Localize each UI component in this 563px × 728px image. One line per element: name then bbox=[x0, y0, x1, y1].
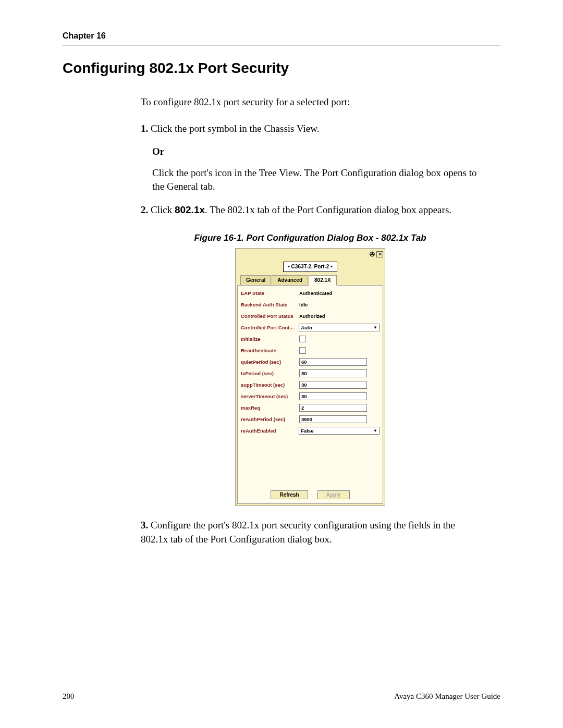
dialog-button-row: Refresh Apply bbox=[238, 490, 383, 499]
row-cpc: Controlled Port Cont... Auto ▼ bbox=[241, 323, 380, 331]
input-quiet[interactable]: 60 bbox=[299, 358, 367, 366]
step-2: 2. Click 802.1x. The 802.1x tab of the P… bbox=[141, 203, 480, 217]
form-panel: EAP State Authenticated Backend Auth Sta… bbox=[237, 285, 383, 504]
chevron-down-icon: ▼ bbox=[373, 325, 377, 330]
apply-button[interactable]: Apply bbox=[317, 490, 350, 499]
label-supp: suppTimeout (sec) bbox=[241, 381, 299, 388]
select-reauthen[interactable]: False ▼ bbox=[299, 427, 380, 435]
input-tx[interactable]: 30 bbox=[299, 369, 367, 377]
page-footer: 200 Avaya C360 Manager User Guide bbox=[63, 692, 500, 701]
step-text: Configure the port's 802.1x port securit… bbox=[141, 520, 455, 545]
select-cpc-value: Auto bbox=[301, 324, 312, 331]
row-backend: Backend Auth State Idle bbox=[241, 300, 380, 309]
step-number: 1. bbox=[141, 123, 148, 134]
row-initialize: Initialize bbox=[241, 335, 380, 343]
intro-paragraph: To configure 802.1x port security for a … bbox=[141, 95, 480, 109]
or-divider: Or bbox=[152, 145, 480, 159]
close-icon[interactable]: ✕ bbox=[376, 251, 383, 257]
label-reauthper: reAuthPeriod (sec) bbox=[241, 416, 299, 423]
refresh-button[interactable]: Refresh bbox=[271, 490, 308, 499]
step-text: Click the port symbol in the Chassis Vie… bbox=[151, 123, 319, 134]
step-1-alt: Click the port's icon in the Tree View. … bbox=[152, 166, 480, 194]
chapter-header: Chapter 16 bbox=[63, 31, 500, 41]
label-initialize: Initialize bbox=[241, 336, 299, 342]
dialog-titlebar: ✇ ✕ bbox=[237, 250, 383, 258]
label-eap-state: EAP State bbox=[241, 290, 299, 297]
section-title: Configuring 802.1x Port Security bbox=[63, 60, 500, 77]
row-tx: txPeriod (sec) 30 bbox=[241, 369, 380, 377]
row-reauthper: reAuthPeriod (sec) 3600 bbox=[241, 415, 380, 423]
tab-8021x[interactable]: 802.1X bbox=[309, 275, 337, 286]
label-reauthen: reAuthEnabled bbox=[241, 427, 299, 434]
label-reauthenticate: Reauthenticate bbox=[241, 347, 299, 354]
chevron-down-icon: ▼ bbox=[373, 428, 377, 434]
select-reauthen-value: False bbox=[301, 427, 313, 434]
label-cps: Controlled Port Status bbox=[241, 313, 299, 319]
step-text-suffix: . The 802.1x tab of the Port Configurati… bbox=[205, 204, 451, 215]
value-eap-state: Authenticated bbox=[299, 290, 380, 297]
row-reauthen: reAuthEnabled False ▼ bbox=[241, 426, 380, 435]
label-cpc: Controlled Port Cont... bbox=[241, 324, 299, 331]
input-maxreq[interactable]: 2 bbox=[299, 404, 367, 412]
tab-bar: General Advanced 802.1X bbox=[237, 275, 383, 286]
row-maxreq: maxReq 2 bbox=[241, 403, 380, 412]
input-supp[interactable]: 30 bbox=[299, 381, 367, 389]
breadcrumb[interactable]: • C363T-2, Port-2 • bbox=[283, 262, 337, 272]
step-number: 2. bbox=[141, 204, 148, 215]
label-tx: txPeriod (sec) bbox=[241, 370, 299, 377]
row-server: serverTimeout (sec) 30 bbox=[241, 392, 380, 400]
input-server[interactable]: 30 bbox=[299, 392, 367, 400]
checkbox-initialize[interactable] bbox=[299, 336, 306, 342]
page-number: 200 bbox=[63, 692, 75, 701]
label-server: serverTimeout (sec) bbox=[241, 393, 299, 400]
label-maxreq: maxReq bbox=[241, 404, 299, 411]
step-bold: 802.1x bbox=[175, 204, 205, 215]
value-backend: Idle bbox=[299, 301, 380, 308]
input-reauthper[interactable]: 3600 bbox=[299, 415, 367, 423]
row-reauthenticate: Reauthenticate bbox=[241, 346, 380, 354]
step-text-prefix: Click bbox=[151, 204, 175, 215]
label-backend: Backend Auth State bbox=[241, 301, 299, 308]
select-cpc[interactable]: Auto ▼ bbox=[299, 324, 380, 331]
row-quiet: quietPeriod (sec) 60 bbox=[241, 357, 380, 366]
row-eap-state: EAP State Authenticated bbox=[241, 289, 380, 297]
doc-title: Avaya C360 Manager User Guide bbox=[394, 692, 500, 701]
step-1: 1. Click the port symbol in the Chassis … bbox=[141, 122, 480, 136]
tab-advanced[interactable]: Advanced bbox=[272, 275, 308, 286]
value-cps: Authorized bbox=[299, 313, 380, 319]
step-3: 3. Configure the port's 802.1x port secu… bbox=[141, 519, 480, 546]
figure-caption: Figure 16-1. Port Configuration Dialog B… bbox=[141, 232, 480, 244]
checkbox-reauthenticate[interactable] bbox=[299, 347, 306, 354]
port-config-dialog: ✇ ✕ • C363T-2, Port-2 • General Advanced… bbox=[235, 248, 385, 506]
row-cps: Controlled Port Status Authorized bbox=[241, 312, 380, 320]
header-rule bbox=[63, 45, 500, 45]
row-supp: suppTimeout (sec) 30 bbox=[241, 380, 380, 389]
label-quiet: quietPeriod (sec) bbox=[241, 359, 299, 365]
pin-icon[interactable]: ✇ bbox=[369, 251, 375, 257]
tab-general[interactable]: General bbox=[240, 275, 271, 286]
step-number: 3. bbox=[141, 520, 148, 530]
